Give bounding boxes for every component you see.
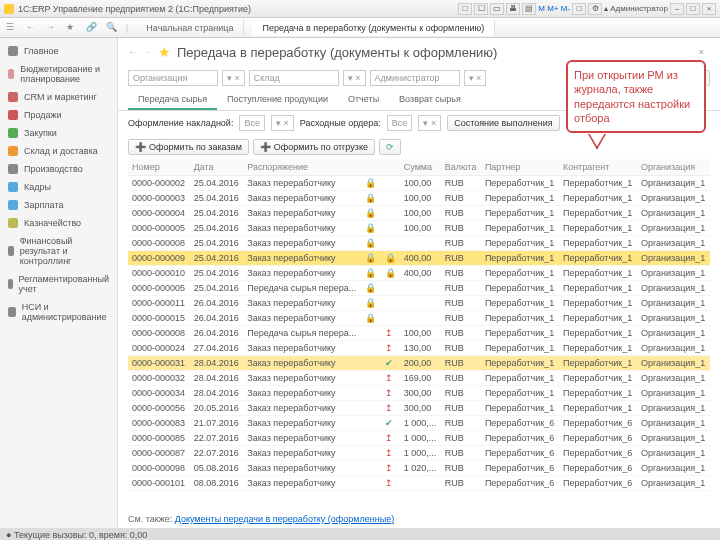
refresh-button[interactable]: ⟳ xyxy=(379,139,401,155)
table-row[interactable]: 0000-00000425.04.2016Заказ переработчику… xyxy=(128,206,710,221)
footer-link[interactable]: Документы передачи в переработку (оформл… xyxy=(175,514,394,524)
subtab[interactable]: Возврат сырья xyxy=(389,90,471,110)
sidebar-icon xyxy=(8,218,18,228)
orders-filter[interactable]: Все xyxy=(387,115,413,131)
table-row[interactable]: 0000-00002427.04.2016Заказ переработчику… xyxy=(128,341,710,356)
table-row[interactable]: 0000-00001025.04.2016Заказ переработчику… xyxy=(128,266,710,281)
table-row[interactable]: 0000-00000525.04.2016Передача сырья пере… xyxy=(128,281,710,296)
page-title: Передача в переработку (документы к офор… xyxy=(177,45,497,60)
win-btn[interactable]: 🖶 xyxy=(506,3,520,15)
back-arrow[interactable]: ← xyxy=(128,47,137,57)
subtab[interactable]: Поступление продукции xyxy=(217,90,338,110)
sidebar-icon xyxy=(8,69,14,79)
org-filter[interactable]: Организация xyxy=(128,70,218,86)
sidebar-icon xyxy=(8,110,18,120)
table-row[interactable]: 0000-00008321.07.2016Заказ переработчику… xyxy=(128,416,710,431)
win-btn[interactable]: ☐ xyxy=(474,3,488,15)
titlebar-right: □ ☐ ▭ 🖶 ▤ M M+ M- □ ⚙ ▴ Администратор – … xyxy=(458,3,716,15)
close-icon[interactable]: × xyxy=(693,47,710,57)
tab-home[interactable]: Начальная страница xyxy=(136,20,244,36)
table-row[interactable]: 0000-00005620.05.2016Заказ переработчику… xyxy=(128,401,710,416)
link-icon[interactable]: 🔗 xyxy=(86,22,98,34)
by-order-button[interactable]: ➕Оформить по заказам xyxy=(128,139,249,155)
sidebar-icon xyxy=(8,246,14,256)
win-btn[interactable]: □ xyxy=(458,3,472,15)
sidebar: ГлавноеБюджетирование и планированиеCRM … xyxy=(0,38,118,528)
sidebar-icon xyxy=(8,279,13,289)
app-icon xyxy=(4,4,14,14)
table-row[interactable]: 0000-00003228.04.2016Заказ переработчику… xyxy=(128,371,710,386)
table-row[interactable]: 0000-00003128.04.2016Заказ переработчику… xyxy=(128,356,710,371)
subtab[interactable]: Отчеты xyxy=(338,90,389,110)
back-icon[interactable]: ← xyxy=(26,22,38,34)
status-bar: ● Текущие вызовы: 0, время: 0,00 xyxy=(0,528,720,540)
subtab[interactable]: Передача сырья xyxy=(128,90,217,110)
sidebar-item[interactable]: НСИ и администрирование xyxy=(0,298,117,326)
table-row[interactable]: 0000-00001126.04.2016Заказ переработчику… xyxy=(128,296,710,311)
data-table: НомерДатаРаспоряжениеСуммаВалютаПартнерК… xyxy=(128,159,710,491)
sidebar-icon xyxy=(8,164,18,174)
sidebar-item[interactable]: Склад и доставка xyxy=(0,142,117,160)
sidebar-icon xyxy=(8,182,18,192)
menu-icon[interactable]: ☰ xyxy=(6,22,18,34)
table-row[interactable]: 0000-00000825.04.2016Заказ переработчику… xyxy=(128,236,710,251)
table-row[interactable]: 0000-00000925.04.2016Заказ переработчику… xyxy=(128,251,710,266)
table-wrap: НомерДатаРаспоряжениеСуммаВалютаПартнерК… xyxy=(118,159,720,510)
table-row[interactable]: 0000-00000525.04.2016Заказ переработчику… xyxy=(128,221,710,236)
sidebar-item[interactable]: Зарплата xyxy=(0,196,117,214)
table-row[interactable]: 0000-00003428.04.2016Заказ переработчику… xyxy=(128,386,710,401)
table-row[interactable]: 0000-00008722.07.2016Заказ переработчику… xyxy=(128,446,710,461)
table-row[interactable]: 0000-00001526.04.2016Заказ переработчику… xyxy=(128,311,710,326)
sidebar-item[interactable]: Главное xyxy=(0,42,117,60)
star-icon[interactable]: ★ xyxy=(66,22,78,34)
table-row[interactable]: 0000-00009805.08.2016Заказ переработчику… xyxy=(128,461,710,476)
fwd-arrow[interactable]: → xyxy=(143,47,152,57)
win-btn[interactable]: ▭ xyxy=(490,3,504,15)
sidebar-item[interactable]: CRM и маркетинг xyxy=(0,88,117,106)
sidebar-icon xyxy=(8,92,18,102)
by-ship-button[interactable]: ➕Оформить по отгрузке xyxy=(253,139,375,155)
sidebar-icon xyxy=(8,200,18,210)
action-row: ➕Оформить по заказам ➕Оформить по отгруз… xyxy=(118,135,720,159)
table-row[interactable]: 0000-00000826.04.2016Передача сырья пере… xyxy=(128,326,710,341)
sidebar-icon xyxy=(8,128,18,138)
fwd-icon[interactable]: → xyxy=(46,22,58,34)
sidebar-item[interactable]: Закупки xyxy=(0,124,117,142)
sidebar-icon xyxy=(8,307,16,317)
sidebar-item[interactable]: Казначейство xyxy=(0,214,117,232)
fav-star-icon[interactable]: ★ xyxy=(158,44,171,60)
win-btn[interactable]: □ xyxy=(572,3,586,15)
max-btn[interactable]: □ xyxy=(686,3,700,15)
sidebar-item[interactable]: Регламентированный учет xyxy=(0,270,117,298)
sidebar-item[interactable]: Бюджетирование и планирование xyxy=(0,60,117,88)
sidebar-item[interactable]: Финансовый результат и контроллинг xyxy=(0,232,117,270)
table-row[interactable]: 0000-00000225.04.2016Заказ переработчику… xyxy=(128,176,710,191)
callout: При открытии РМ из журнала, также переда… xyxy=(566,60,706,133)
search-icon[interactable]: 🔍 xyxy=(106,22,118,34)
table-row[interactable]: 0000-00000325.04.2016Заказ переработчику… xyxy=(128,191,710,206)
table-row[interactable]: 0000-00010108.08.2016Заказ переработчику… xyxy=(128,476,710,491)
all-filter[interactable]: Все xyxy=(239,115,265,131)
wh-filter[interactable]: Склад xyxy=(249,70,339,86)
close-btn[interactable]: × xyxy=(702,3,716,15)
min-btn[interactable]: – xyxy=(670,3,684,15)
sidebar-item[interactable]: Кадры xyxy=(0,178,117,196)
admin-filter[interactable]: Администратор xyxy=(370,70,460,86)
footer: См. также: Документы передачи в перерабо… xyxy=(118,510,720,528)
app-title: 1С:ERP Управление предприятием 2 (1С:Пре… xyxy=(18,4,251,14)
sidebar-icon xyxy=(8,146,18,156)
sidebar-icon xyxy=(8,46,18,56)
titlebar: 1С:ERP Управление предприятием 2 (1С:Пре… xyxy=(0,0,720,18)
sidebar-item[interactable]: Продажи xyxy=(0,106,117,124)
toolbar: ☰ ← → ★ 🔗 🔍 | Начальная страница Передач… xyxy=(0,18,720,38)
status-button[interactable]: Состояние выполнения xyxy=(447,115,559,131)
sidebar-item[interactable]: Производство xyxy=(0,160,117,178)
win-btn[interactable]: ▤ xyxy=(522,3,536,15)
win-btn[interactable]: ⚙ xyxy=(588,3,602,15)
tab-active[interactable]: Передача в переработку (документы к офор… xyxy=(252,20,495,36)
table-row[interactable]: 0000-00008522.07.2016Заказ переработчику… xyxy=(128,431,710,446)
